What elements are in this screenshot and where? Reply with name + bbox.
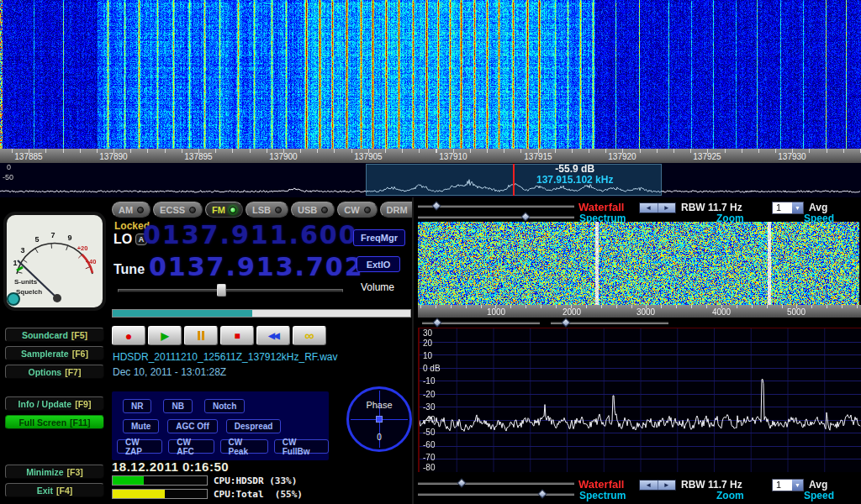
tune-label: Tune xyxy=(114,262,145,277)
loop-button[interactable]: ∞ xyxy=(293,326,326,345)
pause-button[interactable] xyxy=(184,326,218,345)
waterfall-toggle[interactable]: Waterfall xyxy=(578,478,624,491)
db-scale-label: 30 xyxy=(423,328,432,338)
af-zoom-slider[interactable] xyxy=(422,322,540,324)
phase-label: Phase xyxy=(349,400,409,410)
scroll-right-icon[interactable]: ► xyxy=(658,480,676,490)
af-shift-slider-thumb[interactable] xyxy=(561,318,570,327)
af-zoom-slider-thumb[interactable] xyxy=(432,318,441,327)
avg-select[interactable]: 1 ▼ xyxy=(772,479,804,491)
cw-peak-button[interactable]: CW Peak xyxy=(220,439,268,454)
exit-button[interactable]: Exit [F4] xyxy=(5,483,104,497)
soundcard-button-label: Soundcard xyxy=(22,330,68,340)
rewind-button[interactable]: ◀◀ xyxy=(256,326,290,345)
cw-zap-button[interactable]: CW ZAP xyxy=(117,439,162,454)
playback-file-date: Dec 10, 2011 - 13:01:28Z xyxy=(113,366,226,378)
display-scrollbar[interactable]: ◄ ► xyxy=(639,480,676,491)
notch-button[interactable]: Notch xyxy=(204,399,245,413)
extio-button[interactable]: ExtIO xyxy=(357,256,400,272)
freqmgr-button[interactable]: FreqMgr xyxy=(353,229,405,246)
play-icon: ▶ xyxy=(161,330,168,342)
ruler-label: 137895 xyxy=(177,152,219,161)
samplerate-button[interactable]: Samplerate [F6] xyxy=(5,346,104,360)
cpu-total-bar xyxy=(112,489,208,499)
waterfall-toggle[interactable]: Waterfall xyxy=(578,201,624,213)
main-spectrum-display[interactable]: 0 -50 -55.9 dB 137.915.102 kHz xyxy=(0,163,861,197)
mode-am[interactable]: AM xyxy=(112,202,151,218)
s-meter-tick-label: 1 xyxy=(13,259,17,267)
minimize-button-key: [F3] xyxy=(67,467,83,477)
scroll-left-icon[interactable]: ◄ xyxy=(640,203,658,213)
display-controls-top: Waterfall Spectrum ◄ ► RBW 11.7 Hz Zoom … xyxy=(414,200,861,223)
datetime-display: 18.12.2011 0:16:50 xyxy=(112,459,229,474)
main-waterfall-display[interactable] xyxy=(0,0,861,149)
avg-label: Avg xyxy=(809,202,827,213)
agc-button[interactable]: AGC Off xyxy=(167,419,217,433)
record-button[interactable]: ● xyxy=(112,326,145,345)
s-meter-tick-label: 9 xyxy=(67,234,71,242)
zoom-slider[interactable] xyxy=(418,205,574,207)
phase-indicator[interactable]: Phase 0 xyxy=(343,383,415,460)
tune-frequency-display[interactable]: 0137.913.702 xyxy=(149,252,364,281)
avg-select-value: 1 xyxy=(773,202,792,213)
cw-afc-button[interactable]: CW AFC xyxy=(168,439,214,454)
shift-slider[interactable] xyxy=(418,493,574,496)
mode-usb[interactable]: USB xyxy=(291,202,335,218)
soundcard-button[interactable]: Soundcard [F5] xyxy=(5,328,104,342)
af-spectrum-display[interactable]: 30 20 10 0 dB -10 -20 -30 -40 -50 -60 -7… xyxy=(418,328,861,472)
play-button[interactable]: ▶ xyxy=(148,326,182,345)
mode-ecss-label: ECSS xyxy=(160,205,185,215)
squelch-knob[interactable] xyxy=(8,293,19,305)
ruler-label: 137910 xyxy=(432,152,474,161)
rewind-icon: ◀◀ xyxy=(268,331,277,340)
mode-fm[interactable]: FM xyxy=(205,202,243,218)
s-meter-pivot xyxy=(53,294,61,302)
s-meter-tick-label: +40 xyxy=(86,258,97,265)
zoom-slider-thumb[interactable] xyxy=(431,201,441,210)
rbw-label: RBW 11.7 Hz xyxy=(681,479,742,491)
cpu-total-text: CPU:Total (55%) xyxy=(214,489,303,500)
playback-position-bar[interactable] xyxy=(112,309,411,318)
frequency-ruler[interactable]: 137885 137890 137895 137900 137905 13791… xyxy=(0,149,861,163)
fullscreen-button[interactable]: Full Screen [F11] xyxy=(5,415,104,429)
volume-slider[interactable] xyxy=(118,284,343,297)
cw-fullbw-button[interactable]: CW FullBw xyxy=(274,439,329,454)
chevron-down-icon[interactable]: ▼ xyxy=(792,480,803,491)
tune-cursor[interactable] xyxy=(513,164,515,196)
af-waterfall-display[interactable] xyxy=(418,222,859,305)
af-slider-strip xyxy=(418,318,861,328)
af-shift-slider[interactable] xyxy=(551,322,668,324)
zoom-slider-thumb[interactable] xyxy=(457,478,466,487)
shift-slider-thumb[interactable] xyxy=(537,489,547,498)
shift-slider-thumb[interactable] xyxy=(520,212,530,221)
avg-select[interactable]: 1 ▼ xyxy=(772,202,804,214)
shift-slider[interactable] xyxy=(418,216,574,218)
scroll-left-icon[interactable]: ◄ xyxy=(640,480,658,490)
zoom-label: Zoom xyxy=(716,490,744,501)
mode-ecss[interactable]: ECSS xyxy=(153,202,203,218)
spectrum-toggle[interactable]: Spectrum xyxy=(579,490,626,501)
stop-button[interactable]: ■ xyxy=(220,326,254,345)
mode-lsb[interactable]: LSB xyxy=(246,202,288,218)
ruler-label: 137915 xyxy=(517,152,559,161)
zoom-slider[interactable] xyxy=(418,482,574,485)
lo-frequency-display[interactable]: 0137.911.600 xyxy=(143,220,358,249)
display-scrollbar[interactable]: ◄ ► xyxy=(639,202,676,213)
playback-filename: HDSDR_20111210_125611Z_137912kHz_RF.wav xyxy=(113,351,338,363)
mute-button[interactable]: Mute xyxy=(123,419,159,433)
info-update-button[interactable]: Info / Update [F9] xyxy=(5,396,104,411)
af-ruler-label: 3000 xyxy=(627,307,664,317)
nb-button[interactable]: NB xyxy=(163,399,192,413)
volume-slider-thumb[interactable] xyxy=(217,284,226,297)
despread-button[interactable]: Despread xyxy=(226,419,282,433)
scroll-right-icon[interactable]: ► xyxy=(658,203,676,213)
nr-button[interactable]: NR xyxy=(123,399,151,413)
signal-readout: -55.9 dB 137.915.102 kHz xyxy=(536,164,613,186)
options-button[interactable]: Options [F7] xyxy=(5,365,104,379)
minimize-button-label: Minimize xyxy=(26,467,63,477)
mode-cw[interactable]: CW xyxy=(337,202,377,218)
chevron-down-icon[interactable]: ▼ xyxy=(792,202,803,213)
af-frequency-ruler[interactable]: 1000 2000 3000 4000 5000 xyxy=(418,305,861,318)
minimize-button[interactable]: Minimize [F3] xyxy=(5,465,104,479)
squelch-label: Squelch xyxy=(16,288,42,296)
